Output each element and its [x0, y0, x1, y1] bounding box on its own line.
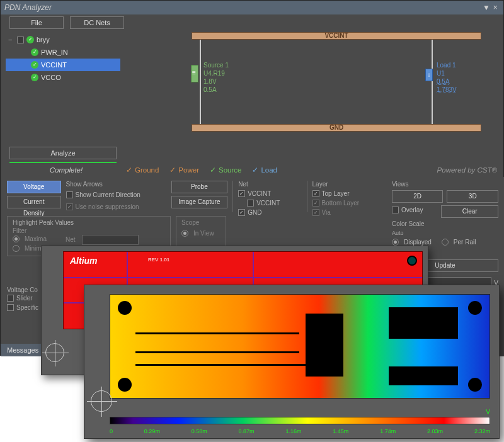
status-ok-icon: ✓	[31, 48, 38, 56]
in-view-radio[interactable]	[181, 230, 188, 237]
source-voltage: 1.8V	[203, 77, 229, 86]
overlay-checkbox[interactable]: Overlay	[392, 205, 438, 215]
views-heading: Views	[392, 181, 498, 188]
legend-power: ✓Power	[169, 166, 199, 174]
check-icon: ✓	[251, 166, 259, 174]
tree-item-label: PWR_IN	[41, 48, 68, 56]
minima-radio[interactable]	[13, 245, 20, 252]
load-voltage: 1.783V	[437, 86, 457, 94]
status-ok-icon: ✓	[26, 36, 34, 43]
pin-button[interactable]: ▼	[482, 3, 491, 12]
load-ref: U1	[437, 69, 457, 77]
maxima-radio[interactable]	[13, 235, 20, 242]
analyze-status: Complete!	[7, 166, 125, 174]
net-vccint-checkbox[interactable]: VCCINT	[238, 190, 301, 197]
source-title: Source 1	[203, 61, 229, 69]
displayed-radio[interactable]	[392, 239, 399, 246]
highlight-heading: Highlight Peak Values	[13, 219, 165, 226]
color-scale-bar	[110, 417, 490, 424]
source-current: 0.5A	[203, 86, 229, 94]
window-title: PDN Analyzer	[4, 3, 52, 12]
tree-item-vcco[interactable]: ✓ VCCO	[6, 71, 120, 84]
source-info: Source 1 U4.R19 1.8V 0.5A	[203, 61, 229, 94]
net-heading: Net	[238, 181, 301, 188]
messages-tab[interactable]: Messages	[1, 344, 45, 356]
per-rail-radio[interactable]	[442, 239, 449, 246]
current-density-button[interactable]: Current Density	[7, 196, 61, 208]
source-ref: U4.R19	[203, 69, 229, 77]
via-checkbox[interactable]: Via	[312, 209, 382, 216]
schematic-view[interactable]: VCCINT GND ↓ Source 1 U4.R19 1.8V 0.5A L…	[125, 31, 503, 147]
status-ok-icon: ✓	[31, 61, 38, 69]
load-block[interactable]: ↓	[425, 69, 433, 81]
load-info: Load 1 U1 0.5A 1.783V	[437, 61, 457, 94]
bottom-layer-checkbox[interactable]: Bottom Layer	[312, 200, 382, 207]
show-arrows-heading: Show Arrows	[66, 181, 166, 188]
check-icon: ✓	[209, 166, 217, 174]
filter-label: Filter	[13, 227, 47, 234]
origin-marker-icon	[91, 390, 112, 412]
voltage-button[interactable]: Voltage	[7, 181, 61, 193]
tree-root-row[interactable]: − ✓ bryy	[6, 33, 120, 46]
top-tabs: File DC Nets	[1, 14, 503, 31]
tree-root-label: bryy	[37, 36, 50, 43]
probe-button[interactable]: Probe	[171, 181, 228, 193]
view-2d-button[interactable]: 2D	[392, 190, 444, 203]
tree-item-label: VCCO	[41, 74, 61, 81]
top-layer-checkbox[interactable]: Top Layer	[312, 190, 382, 197]
load-title: Load 1	[437, 61, 457, 69]
origin-marker-icon	[45, 343, 64, 362]
tab-file[interactable]: File	[9, 16, 64, 29]
legend-load: ✓Load	[251, 166, 277, 174]
noise-suppression-checkbox: Use noise suppression	[66, 202, 166, 212]
pcb-brand: Altium	[70, 256, 98, 266]
net-gnd-checkbox[interactable]: GND	[238, 209, 301, 216]
root-checkbox[interactable]	[17, 37, 24, 43]
check-icon: ✓	[169, 166, 176, 174]
tree-item-vccint[interactable]: ✓ VCCINT	[6, 59, 120, 71]
load-current: 0.5A	[437, 77, 457, 86]
power-rail-bottom[interactable]: GND	[192, 124, 481, 132]
source-block[interactable]	[191, 65, 198, 82]
scope-label: Scope	[181, 219, 220, 226]
scale-ticks: 0 0.29m 0.58m 0.87m 1.16m 1.45m 1.74m 2.…	[110, 428, 490, 434]
tab-dc-nets[interactable]: DC Nets	[70, 16, 124, 29]
status-ok-icon: ✓	[31, 74, 38, 81]
powered-by: Powered by CST®	[437, 166, 497, 174]
expand-icon[interactable]: −	[8, 36, 14, 43]
image-capture-button[interactable]: Image Capture	[171, 196, 228, 208]
tree-item-label: VCCINT	[41, 61, 67, 69]
pcb-rev: REV 1.01	[148, 257, 169, 263]
net-tree: − ✓ bryy ✓ PWR_IN ✓ VCCINT ✓ VCCO	[1, 31, 125, 147]
show-current-direction-checkbox[interactable]: Show Current Direction	[66, 190, 166, 200]
pcb-thermal-window[interactable]: V 0 0.29m 0.58m 0.87m 1.16m 1.45m 1.74m …	[84, 285, 500, 439]
wire-right	[432, 40, 433, 124]
wire-left	[200, 40, 201, 124]
status-bar: Complete! ✓Ground ✓Power ✓Source ✓Load P…	[1, 163, 503, 177]
legend-ground: ✓Ground	[125, 166, 159, 174]
mounting-hole-icon	[407, 256, 417, 266]
analyze-button[interactable]: Analyze	[9, 147, 117, 159]
scale-unit: V	[486, 409, 490, 416]
close-button[interactable]: ×	[491, 3, 500, 12]
legend-source: ✓Source	[209, 166, 241, 174]
pcb-thermal-view[interactable]	[110, 294, 490, 399]
highlight-net-dropdown[interactable]	[82, 235, 139, 245]
power-rail-top[interactable]: VCCINT	[192, 32, 481, 40]
view-3d-button[interactable]: 3D	[447, 190, 498, 203]
net-vccint-sub-checkbox[interactable]: VCCINT	[238, 200, 301, 207]
check-icon: ✓	[125, 166, 133, 174]
title-bar: PDN Analyzer ▼ ×	[1, 1, 503, 14]
layer-heading: Layer	[312, 181, 382, 188]
tree-item-pwr-in[interactable]: ✓ PWR_IN	[6, 46, 120, 59]
